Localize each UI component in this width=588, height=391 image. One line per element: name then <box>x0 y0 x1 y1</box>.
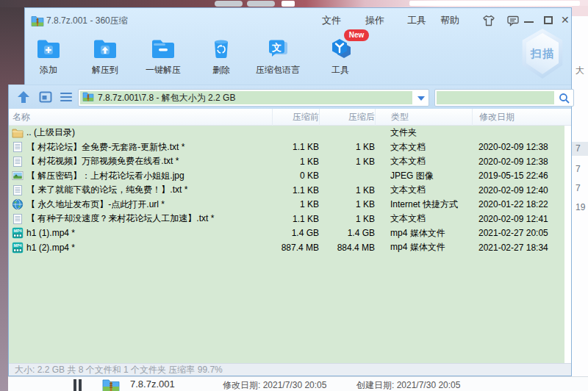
screen: 大 7 7 7 19 7.8.7z.001 修改日期: 2021/7/30 20… <box>0 0 588 391</box>
one-key-extract-button[interactable]: 一键解压 <box>140 37 187 76</box>
background-tab <box>215 1 243 7</box>
file-type-cell: 文本文档 <box>375 184 472 196</box>
search-box[interactable] <box>434 89 574 107</box>
scan-button-label: 扫描 <box>531 47 554 61</box>
file-name-cell: 【 村花视频】万部视频免费在线看.txt * <box>9 155 272 168</box>
table-row[interactable]: 【 村花论坛】全免费-无套路-更新快.txt *1.1 KB1 KB文本文档20… <box>9 140 564 155</box>
table-row[interactable]: .. (上级目录)文件夹 <box>9 126 564 140</box>
packed-size-cell: 1.1 KB <box>272 185 319 196</box>
background-text-fragment: 7 <box>576 164 581 174</box>
file-name-cell: MP4h1 (1).mp4 * <box>9 227 272 239</box>
txt-file-icon <box>12 141 24 153</box>
modified-date-cell: 2020-02-09 12:38 <box>472 157 564 167</box>
search-input[interactable] <box>437 91 554 104</box>
background-glyph-fragment <box>79 379 82 391</box>
svg-text:MP4: MP4 <box>13 243 21 248</box>
table-row[interactable]: 【 有种子却没速度？来村花论坛人工加速】.txt *1.1 KB1 KB文本文档… <box>9 212 564 226</box>
file-name-cell: 【 永久地址发布页】-点此打开.url * <box>9 198 272 211</box>
scan-button[interactable]: 扫描 <box>520 29 565 79</box>
archive-window-main: 7.8.7z.001\7.8 - 解包大小为 2.2 GB 名称 压缩前 压缩后… <box>8 85 572 376</box>
background-text-fragment: 19 <box>576 202 585 212</box>
one-key-extract-button-label: 一键解压 <box>140 64 187 76</box>
modified-date-cell: 2021-02-27 20:05 <box>472 228 564 238</box>
app-zip-folder-icon <box>31 15 44 29</box>
status-text: 大小: 2.2 GB 共 8 个文件和 1 个文件夹 压缩率 99.7% <box>15 365 223 375</box>
modified-date-cell: 2021-02-27 18:34 <box>472 243 564 253</box>
column-header-type[interactable]: 类型 <box>375 109 472 126</box>
column-header-unpacked[interactable]: 压缩后 <box>319 109 375 126</box>
address-row: 7.8.7z.001\7.8 - 解包大小为 2.2 GB <box>9 85 571 109</box>
address-path: 7.8.7z.001\7.8 - 解包大小为 2.2 GB <box>98 92 235 104</box>
menu-tools[interactable]: 工具 <box>407 14 426 27</box>
jpg-file-icon <box>12 170 24 182</box>
toolbar: 添加 解压到 <box>25 33 571 85</box>
titlebar[interactable]: 7.8.7z.001 - 360压缩 文件 操作 工具 帮助 ✕ <box>25 8 571 33</box>
packed-size-cell: 0 KB <box>272 171 319 181</box>
file-name-cell: .. (上级目录) <box>9 126 272 139</box>
packed-size-cell: 1 KB <box>272 199 319 209</box>
unpacked-size-cell: 1 KB <box>319 185 375 196</box>
archive-window-top: 7.8.7z.001 - 360压缩 文件 操作 工具 帮助 ✕ <box>24 7 572 85</box>
svg-text:文: 文 <box>271 42 282 53</box>
file-type-cell: JPEG 图像 <box>375 170 472 182</box>
archive-language-button-label: 压缩包语言 <box>249 64 306 76</box>
add-button[interactable]: 添加 <box>25 37 72 76</box>
mp4-file-icon: MP4 <box>12 227 24 239</box>
delete-button[interactable]: 删除 <box>198 37 245 76</box>
file-type-cell: 文本文档 <box>375 141 472 154</box>
file-type-cell: 文本文档 <box>375 155 472 168</box>
tools-button[interactable]: 工具 <box>317 37 364 76</box>
unpacked-size-cell: 1.4 GB <box>319 228 375 238</box>
unpacked-size-cell: 1 KB <box>319 214 375 224</box>
skin-shirt-icon[interactable] <box>482 14 495 27</box>
column-header-name[interactable]: 名称 <box>9 109 272 126</box>
modified-date-cell: 2020-01-22 18:22 <box>472 199 564 209</box>
address-combobox[interactable]: 7.8.7z.001\7.8 - 解包大小为 2.2 GB <box>78 89 429 107</box>
close-button[interactable]: ✕ <box>561 13 570 26</box>
file-type-cell: 文本文档 <box>375 212 472 225</box>
menu-operation[interactable]: 操作 <box>365 14 384 27</box>
address-dropdown-icon[interactable] <box>417 96 425 101</box>
table-row[interactable]: 【 村花视频】万部视频免费在线看.txt *1 KB1 KB文本文档2020-0… <box>9 154 564 169</box>
background-text-fragment: 7 <box>576 183 581 193</box>
table-row[interactable]: 【 解压密码】：上村花论坛看小姐姐.jpg0 KBJPEG 图像2019-05-… <box>9 169 564 184</box>
archive-language-button[interactable]: 文 压缩包语言 <box>249 37 306 76</box>
txt-file-icon <box>12 213 24 225</box>
background-glyph-fragment <box>74 379 76 391</box>
packed-size-cell: 1.4 GB <box>272 228 319 238</box>
packed-size-cell: 1 KB <box>272 157 319 167</box>
menu-file[interactable]: 文件 <box>322 14 341 27</box>
unpacked-size-cell: 884.4 MB <box>319 243 375 253</box>
table-row[interactable]: 【 来了就能下载的论坛，纯免费！】.txt *1.1 KB1 KB文本文档202… <box>9 183 564 198</box>
file-name-cell: MP4h1 (2).mp4 * <box>9 242 272 254</box>
packed-size-cell: 1.1 KB <box>272 214 319 224</box>
file-name-cell: 【 村花论坛】全免费-无套路-更新快.txt * <box>9 141 272 154</box>
archive-language-bubble-icon: 文 <box>265 37 290 60</box>
column-header-modified[interactable]: 修改日期 <box>472 109 571 126</box>
add-button-label: 添加 <box>25 64 72 76</box>
background-window-top-edge <box>0 0 588 7</box>
table-row[interactable]: MP4h1 (2).mp4 *887.4 MB884.4 MBmp4 媒体文件2… <box>9 240 564 255</box>
mp4-file-icon: MP4 <box>12 242 24 254</box>
table-row[interactable]: 【 永久地址发布页】-点此打开.url *1 KB1 KBInternet 快捷… <box>9 198 564 212</box>
status-bar: 大小: 2.2 GB 共 8 个文件和 1 个文件夹 压缩率 99.7% <box>9 363 571 376</box>
file-list: .. (上级目录)文件夹【 村花论坛】全免费-无套路-更新快.txt *1.1 … <box>9 126 564 364</box>
background-file-name: 7.8.7z.001 <box>130 379 175 390</box>
zip-folder-icon <box>102 378 120 391</box>
feedback-icon[interactable] <box>506 14 520 27</box>
table-row[interactable]: MP4h1 (1).mp4 *1.4 GB1.4 GBmp4 媒体文件2021-… <box>9 226 564 241</box>
search-icon[interactable] <box>559 93 570 107</box>
column-header-packed[interactable]: 压缩前 <box>272 109 319 126</box>
modified-date-cell: 2020-02-09 12:38 <box>472 142 564 152</box>
background-text-fragment: 大 <box>576 65 584 77</box>
delete-button-label: 删除 <box>198 64 245 76</box>
view-mode-icon[interactable] <box>38 90 53 104</box>
background-explorer-row: 7.8.7z.001 修改日期: 2021/7/30 20:05 创建日期: 2… <box>8 376 588 391</box>
up-level-icon[interactable] <box>16 90 31 104</box>
menu-help[interactable]: 帮助 <box>440 14 459 27</box>
maximize-button[interactable] <box>544 16 553 24</box>
list-view-icon[interactable] <box>59 90 74 104</box>
unpacked-size-cell: 1 KB <box>319 199 375 209</box>
minimize-button[interactable] <box>524 21 534 23</box>
extract-to-button[interactable]: 解压到 <box>82 37 129 76</box>
